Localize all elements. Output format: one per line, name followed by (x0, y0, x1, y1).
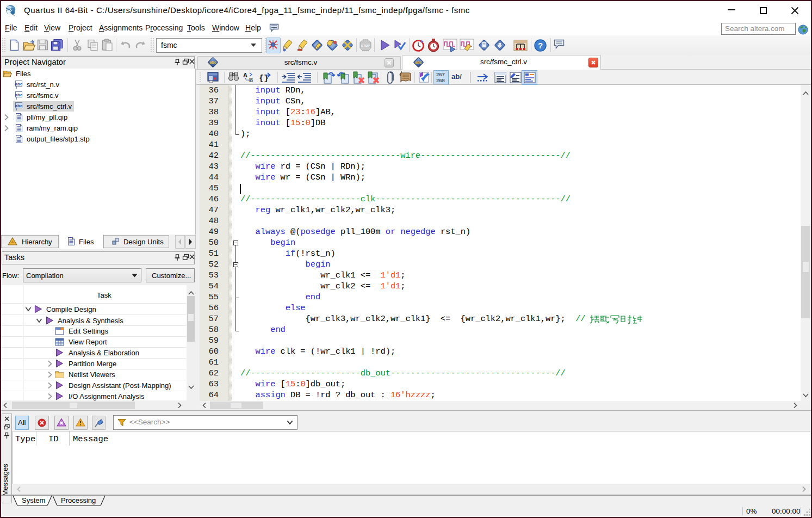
svg-text:abc: abc (415, 60, 422, 64)
svg-text:STOP: STOP (361, 44, 370, 47)
svg-text:?: ? (538, 41, 543, 50)
svg-text:abc: abc (15, 92, 23, 97)
svg-text:abc: abc (15, 103, 23, 108)
svg-text:abc: abc (209, 60, 216, 64)
svg-text:A: A (243, 72, 247, 78)
svg-text:abc: abc (15, 82, 23, 87)
